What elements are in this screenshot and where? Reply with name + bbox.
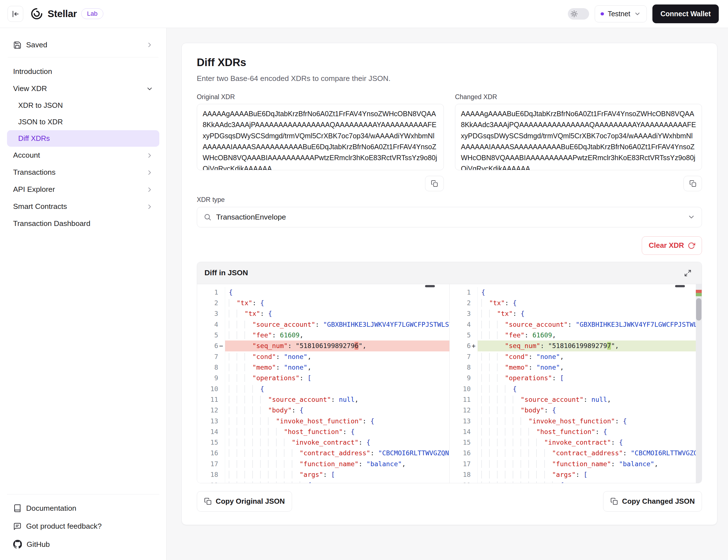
diff-line: 19 { xyxy=(197,480,449,483)
expand-icon xyxy=(684,269,692,277)
collapse-sidebar-button[interactable] xyxy=(8,6,24,22)
sidebar-item-label: Got product feedback? xyxy=(26,522,153,531)
diff-pane-original[interactable]: 1{2 "tx": {3 "tx": {4 "source_account": … xyxy=(197,284,449,483)
vertical-scrollbar-thumb[interactable] xyxy=(696,298,701,321)
copy-changed-xdr-button[interactable] xyxy=(683,176,702,191)
diff-line: 3 "tx": { xyxy=(450,308,702,319)
sidebar-item-view-xdr[interactable]: View XDR xyxy=(7,80,159,97)
github-icon xyxy=(13,540,22,549)
sidebar-item-label: Diff XDRs xyxy=(18,134,153,143)
diff-line: 5 "fee": 61609, xyxy=(197,330,449,340)
diff-line: 3 "tx": { xyxy=(197,308,449,319)
sidebar-item-api-explorer[interactable]: API Explorer xyxy=(7,181,159,198)
sidebar-item-github[interactable]: GitHub xyxy=(7,535,159,554)
diff-xdrs-card: Diff XDRs Enter two Base-64 encoded XDRs… xyxy=(181,43,717,525)
removed-change-marker xyxy=(696,290,702,293)
sidebar-item-smart-contracts[interactable]: Smart Contracts xyxy=(7,198,159,215)
diff-line: 14 "host_function": { xyxy=(450,426,702,437)
sidebar-item-label: View XDR xyxy=(13,84,141,93)
sidebar-item-transactions[interactable]: Transactions xyxy=(7,164,159,181)
sidebar-item-json-to-xdr[interactable]: JSON to XDR xyxy=(7,114,159,130)
diff-line: 12 "body": { xyxy=(197,405,449,416)
diff-line: 4 "source_account": "GBXBHIHKE3LJWKV4YF7… xyxy=(197,319,449,330)
diff-line: 14 "host_function": { xyxy=(197,426,449,437)
changed-xdr-label: Changed XDR xyxy=(455,93,702,101)
chevron-right-icon xyxy=(146,152,153,159)
sidebar-item-saved[interactable]: Saved xyxy=(7,36,159,53)
diff-line: 18 "args": [ xyxy=(450,469,702,480)
diff-line: 11 "source_account": null, xyxy=(450,394,702,405)
sidebar-item-label: API Explorer xyxy=(13,185,141,194)
network-select[interactable]: Testnet xyxy=(595,5,647,23)
xdr-type-block: XDR type TransactionEnvelope xyxy=(197,196,702,227)
diff-line: 5 "fee": 61609, xyxy=(450,330,702,340)
chevron-right-icon xyxy=(146,186,153,193)
chevron-right-icon xyxy=(146,203,153,211)
original-xdr-label: Original XDR xyxy=(197,93,444,101)
sidebar-item-label: Saved xyxy=(26,41,141,49)
diff-line: 6+ "seq_num": "518106199892797", xyxy=(450,340,702,351)
refresh-icon xyxy=(688,242,695,249)
sidebar-item-account[interactable]: Account xyxy=(7,147,159,164)
chevron-right-icon xyxy=(146,41,153,49)
sidebar-item-label: Introduction xyxy=(13,67,153,76)
xdr-inputs: Original XDR AAAAAgAAAABuE6DqJtabKrzBfrN… xyxy=(197,93,702,192)
sidebar-item-diff-xdrs[interactable]: Diff XDRs xyxy=(7,130,159,147)
sidebar-item-transaction-dashboard[interactable]: Transaction Dashboard xyxy=(7,215,159,232)
diff-line: 10 { xyxy=(450,384,702,394)
sidebar-item-label: Smart Contracts xyxy=(13,202,141,211)
book-icon xyxy=(13,504,22,512)
sidebar-item-introduction[interactable]: Introduction xyxy=(7,63,159,80)
sidebar-item-label: JSON to XDR xyxy=(18,118,153,126)
copy-original-xdr-button[interactable] xyxy=(425,176,444,191)
xdr-type-select[interactable]: TransactionEnvelope xyxy=(197,207,702,227)
copy-icon xyxy=(689,180,696,187)
diff-line: 19 { xyxy=(450,480,702,483)
clear-xdr-button[interactable]: Clear XDR xyxy=(642,236,702,255)
brand-name: Stellar xyxy=(48,8,77,19)
theme-toggle[interactable] xyxy=(568,8,589,20)
copy-original-json-button[interactable]: Copy Original JSON xyxy=(197,491,292,512)
horizontal-scrollbar-thumb[interactable] xyxy=(675,285,685,287)
diff-line: 13 "invoke_host_function": { xyxy=(450,416,702,426)
clear-xdr-label: Clear XDR xyxy=(649,241,684,249)
added-change-marker xyxy=(696,293,702,296)
diff-line: 12 "body": { xyxy=(450,405,702,416)
chevron-down-icon xyxy=(146,85,153,93)
top-bar-left: Stellar Lab xyxy=(8,6,104,22)
changed-xdr-textarea[interactable]: AAAAAgAAAABuE6DqJtabKrzBfrNo6A0Zt1FrFAV4… xyxy=(455,104,702,170)
sidebar-item-xdr-to-json[interactable]: XDR to JSON xyxy=(7,97,159,114)
sidebar-nav: Saved Introduction View XDR XDR to xyxy=(7,36,159,232)
copy-json-row: Copy Original JSON Copy Changed JSON xyxy=(197,491,702,512)
diff-line: 2 "tx": { xyxy=(197,298,449,308)
connect-wallet-button[interactable]: Connect Wallet xyxy=(652,4,718,23)
diff-line: 7 "cond": "none", xyxy=(450,351,702,362)
chevron-down-icon xyxy=(687,213,695,221)
copy-icon xyxy=(204,498,212,505)
diff-line: 8 "memo": "none", xyxy=(450,362,702,373)
original-xdr-textarea[interactable]: AAAAAgAAAABuE6DqJtabKrzBfrNo6A0Zt1FrFAV4… xyxy=(197,104,444,170)
horizontal-scrollbar-thumb[interactable] xyxy=(425,285,435,287)
diff-line: 15 "invoke_contract": { xyxy=(450,437,702,448)
diff-scrollbar[interactable] xyxy=(696,284,702,483)
diff-line: 11 "source_account": null, xyxy=(197,394,449,405)
page-title: Diff XDRs xyxy=(197,56,702,69)
shell: Saved Introduction View XDR XDR to xyxy=(0,28,728,560)
save-icon xyxy=(13,41,22,49)
changed-xdr-column: Changed XDR AAAAAgAAAABuE6DqJtabKrzBfrNo… xyxy=(455,93,702,192)
copy-changed-json-button[interactable]: Copy Changed JSON xyxy=(603,491,702,512)
clear-row: Clear XDR xyxy=(197,236,702,255)
sun-icon xyxy=(571,10,578,17)
diff-pane-changed[interactable]: 1{2 "tx": {3 "tx": {4 "source_account": … xyxy=(449,284,702,483)
diff-line: 1{ xyxy=(197,287,449,298)
xdr-type-label: XDR type xyxy=(197,196,702,204)
expand-diff-button[interactable] xyxy=(681,267,694,280)
network-name: Testnet xyxy=(608,10,630,18)
sidebar-item-documentation[interactable]: Documentation xyxy=(7,499,159,517)
diff-line: 1{ xyxy=(450,287,702,298)
brand[interactable]: Stellar Lab xyxy=(30,7,104,20)
diff-line: 4 "source_account": "GBXBHIHKE3LJWKV4YF7… xyxy=(450,319,702,330)
sidebar-item-feedback[interactable]: Got product feedback? xyxy=(7,517,159,535)
search-icon xyxy=(204,213,211,221)
original-xdr-column: Original XDR AAAAAgAAAABuE6DqJtabKrzBfrN… xyxy=(197,93,444,192)
